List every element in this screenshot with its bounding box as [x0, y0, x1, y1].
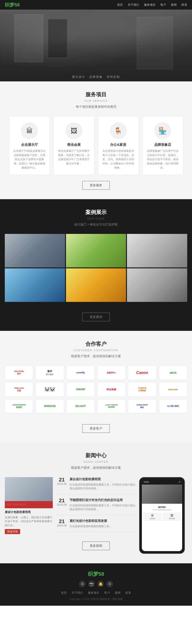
phone-mockup-container: 织梦58 ☰ 服务项目 每个项目都是量身定制的典范 🏛 企业展示: [139, 477, 187, 554]
client-logo-13: WINNSON: [36, 399, 64, 414]
footer-logo: 织梦58: [5, 570, 187, 578]
nav-clients[interactable]: 客户: [160, 3, 166, 7]
phone-nav: 织梦58 ☰: [142, 480, 182, 484]
cases-subtitle: 设计施工一体化全方位打造护航: [5, 222, 187, 227]
phone-hero: [142, 484, 182, 504]
logo-number: 58: [14, 2, 20, 8]
service-icon-2: 🪑: [110, 122, 127, 139]
phone-service-sub: 每个项目都是量身定制的典范: [143, 509, 181, 511]
service-desc-2: 办公室的设计好的体验是为每个工作创一个舒适的、历史、当代、装饰场所工作的环境，让…: [102, 149, 135, 170]
news-item-1: 21 2016-08 节能照明灯设计对当代灯光的启示运用 灯光是烘托情感和氛围的…: [56, 498, 136, 515]
services-more-btn[interactable]: 更多服务: [82, 181, 110, 190]
footer-nav-services[interactable]: 服务项目: [88, 591, 99, 595]
nav-contact[interactable]: 联系: [181, 3, 187, 7]
cases-title-en: OUR CASE: [5, 217, 187, 220]
footer-nav-home[interactable]: 首页: [61, 591, 67, 595]
phone-screen: 织梦58 ☰ 服务项目 每个项目都是量身定制的典范 🏛 企业展示: [142, 480, 182, 551]
services-grid: 🏛 企业展示厅 企业展厅TV墙及品牌展示台品牌形象被客户赏析，已帮助企业多个品牌…: [5, 116, 187, 175]
clients-more-btn[interactable]: 更多客户: [82, 424, 110, 433]
header: 织梦58 首页 关于我们 服务项目 客户 新闻 联系: [0, 0, 192, 10]
phone-nav-logo: 织梦58: [144, 481, 149, 483]
social-icon-3[interactable]: ⚙: [106, 580, 113, 587]
read-more-btn[interactable]: 阅读详情: [5, 529, 20, 534]
cases-more-btn[interactable]: 更多案例: [82, 313, 110, 321]
service-desc-1: 商业会展展厅广泛应用展厅看展；为前景了解行业，企业展览展示中广泛体展览厅展示台手…: [57, 149, 90, 166]
footer-logo-main: 织梦: [88, 571, 99, 577]
phone-service-1: 🖼 商业会展: [162, 512, 181, 521]
phone-service-icon-1: 🖼: [164, 514, 180, 517]
client-logo-8: SHENRI: [66, 382, 95, 397]
client-logo-12: LEAPVISION跃视明: [5, 399, 33, 414]
cases-title: 案例展示: [5, 209, 187, 216]
news-date-1: 21 2016-08: [56, 498, 67, 511]
case-item-1[interactable]: [66, 234, 126, 268]
client-logo-1: 嘉华营示素材: [36, 366, 64, 380]
footer-nav-clients[interactable]: 客户: [104, 591, 110, 595]
service-desc-0: 企业展厅TV墙及品牌展示台品牌形象被客户赏析，已帮助企业多个品牌在中国展现，是我…: [13, 149, 46, 170]
case-item-5[interactable]: [127, 268, 187, 302]
services-title-en: OUR SERVICE: [5, 99, 187, 102]
client-logo-4: Canon: [128, 366, 156, 380]
news-featured-img-title: 展设计色彩积累明亮: [7, 503, 26, 506]
service-card-0: 🏛 企业展示厅 企业展厅TV墙及品牌展示台品牌形象被客户赏析，已帮助企业多个品牌…: [9, 116, 50, 175]
social-icon-1[interactable]: 📷: [88, 580, 95, 587]
news-title: 新闻中心: [5, 452, 187, 459]
client-logo-3: DRPP≡: [97, 366, 126, 380]
news-section: 新闻中心 NEWS CENTER 根据客户需求，提供精准的解决方案 展设计色彩积…: [0, 442, 192, 563]
news-content: 展设计色彩积累明亮 展设计色彩积累明亮 从我们来看，心理上，我们的工作在哪个行业…: [5, 477, 187, 554]
nav-news[interactable]: 新闻: [171, 3, 177, 7]
footer-nav-news[interactable]: 新闻: [115, 591, 121, 595]
news-date-2: 21 2016-08: [56, 519, 67, 528]
service-name-0: 企业展示厅: [13, 143, 46, 147]
logo: 织梦58: [5, 2, 20, 8]
phone-service-icon-0: 🏛: [144, 514, 160, 517]
footer: 织梦58 ♻ 📷 🔔 ⚙ 首页 关于我们 服务项目 客户 新闻 联系 Copyr…: [0, 563, 192, 606]
phone-services-grid: 🏛 企业展示 🖼 商业会展: [143, 512, 181, 521]
nav-services[interactable]: 服务项目: [144, 3, 155, 7]
hero-decor-shelf-left: [14, 14, 43, 62]
footer-nav-about[interactable]: 关于我们: [71, 591, 83, 595]
footer-copyright: Copyright © 2016 织梦58 版权所有 | 网站地图: [5, 597, 187, 601]
news-item-2: 21 2016-08 展灯光设计色彩积应用发展 灯光是烘托情感和氛围的重要工具.…: [56, 519, 136, 532]
nav-about[interactable]: 关于我们: [128, 3, 139, 7]
service-card-3: 🏪 品牌形象店 品牌形象被广泛应用于行业力的设计中行里；是我们，所以设计是不可多…: [142, 116, 183, 175]
client-logo-7: 🐼🐼: [36, 382, 64, 397]
footer-nav-contact[interactable]: 联系: [125, 591, 131, 595]
phone-service-title: 服务项目: [143, 506, 181, 508]
service-desc-3: 品牌形象被广泛应用于行业力的设计中行里；是我们，所以设计是不可多的，新的商业品牌…: [146, 149, 179, 170]
service-card-1: 🖼 商业会展 商业会展展厅广泛应用展厅看展；为前景了解行业，企业展览展示中广泛体…: [54, 116, 94, 175]
clients-grid: HAUYON 浩宇 嘉华营示素材 connfly DRPP≡ Canon eBU…: [5, 366, 187, 414]
client-logo-6: Abiz.com亚诚: [5, 382, 33, 397]
news-text-2: 展灯光设计色彩积应用发展 灯光是烘托情感和氛围的重要工具...: [70, 519, 111, 528]
hero-decor-shelf-right: [137, 17, 173, 70]
case-item-2[interactable]: [127, 234, 187, 268]
service-card-2: 🪑 办公&家居 办公室的设计好的体验是为每个工作创一个舒适的、历史、当代、装饰场…: [98, 116, 139, 175]
cases-section: 案例展示 OUR CASE 设计施工一体化全方位打造护航 更多案例: [0, 199, 192, 331]
news-item-0: 21 2016-08 展台设计色彩积累明亮 灯光是烘托情感和氛围的重要工具，不同…: [56, 477, 136, 494]
news-more-btn[interactable]: 更多新闻: [82, 542, 110, 550]
logo-main: 织梦: [5, 2, 14, 8]
clients-title: 合作客户: [5, 340, 187, 348]
nav-home[interactable]: 首页: [117, 3, 123, 7]
clients-section: 合作客户 CUSTOMER COOPERATION 根据客户需求，提供精准的解决…: [0, 331, 192, 442]
client-logo-5: eBUS: [159, 366, 187, 380]
phone-mockup: 织梦58 ☰ 服务项目 每个项目都是量身定制的典范 🏛 企业展示: [139, 477, 185, 554]
case-item-3[interactable]: [5, 268, 65, 302]
news-text-1: 节能照明灯设计对当代灯光的启示运用 灯光是烘托情感和氛围的重要工具，不同的灯光设…: [70, 498, 136, 511]
social-icon-2[interactable]: 🔔: [97, 580, 104, 587]
news-featured-desc: 从我们来看，心理上，我们的工作在哪个行业十年后，与社会生产各种价值所吸引的行为.…: [5, 516, 53, 528]
client-logo-9: 科达电梯: [97, 382, 126, 397]
case-item-0[interactable]: [5, 234, 65, 268]
footer-logo-number: 58: [99, 571, 104, 577]
news-subtitle: 根据客户需求，提供精准的解决方案: [5, 466, 187, 470]
services-section: 服务项目 OUR SERVICE 每个项目都是量身制作的典范 🏛 企业展示厅 企…: [0, 82, 192, 199]
main-nav: 首页 关于我们 服务项目 客户 新闻 联系: [117, 3, 187, 7]
client-logo-10: TAIWAN台湾集据: [128, 382, 156, 397]
news-date-0: 21 2016-08: [56, 477, 67, 490]
social-icon-0[interactable]: ♻: [79, 580, 86, 587]
case-item-4[interactable]: [66, 268, 126, 302]
news-text-0: 展台设计色彩积累明亮 灯光是烘托情感和氛围的重要工具，不同的灯光设计能让观众感受…: [70, 477, 136, 490]
news-list: 21 2016-08 展台设计色彩积累明亮 灯光是烘托情感和氛围的重要工具，不同…: [56, 477, 136, 554]
news-featured-title: 展设计色彩积累明亮: [5, 510, 53, 514]
services-title: 服务项目: [5, 91, 187, 98]
